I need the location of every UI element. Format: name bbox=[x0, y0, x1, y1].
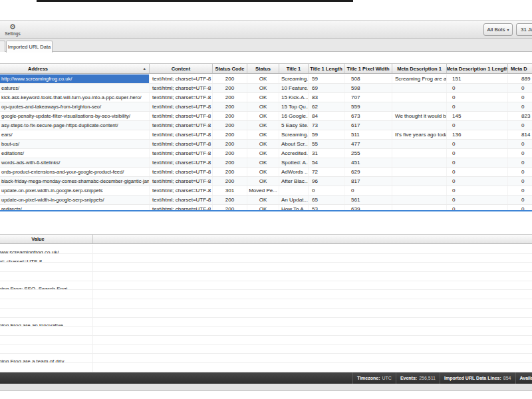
cell-title_length: 72 bbox=[309, 168, 344, 176]
tab-imported-url-data[interactable]: Imported URL Data bbox=[6, 41, 53, 53]
detail-row[interactable] bbox=[0, 309, 532, 318]
table-row[interactable]: asy-steps-to-fix-secure-page-https-dupli… bbox=[0, 121, 532, 130]
detail-table-header: Value bbox=[0, 234, 532, 244]
cell-status_code: 200 bbox=[213, 112, 247, 120]
detail-row[interactable] bbox=[0, 327, 532, 336]
tab-partial[interactable] bbox=[0, 41, 5, 52]
cell-meta_description_length: 0 bbox=[447, 102, 508, 111]
cell-content: text/html; charset=UTF-8 bbox=[150, 74, 213, 83]
cell-status: OK bbox=[247, 177, 279, 186]
date-range-button[interactable]: 31 Jan bbox=[516, 23, 532, 36]
cell-title: After Blac... bbox=[279, 177, 309, 186]
status-item-label: Imported URL Data Lines: bbox=[444, 376, 501, 380]
detail-row[interactable] bbox=[0, 263, 532, 272]
panel-splitter[interactable] bbox=[0, 210, 532, 211]
cell-title_pixel_width: 511 bbox=[344, 130, 392, 139]
column-header-title-1[interactable]: Title 1 bbox=[279, 64, 309, 73]
cell-meta_description_pixel_width: 0 bbox=[508, 149, 532, 158]
cell-meta_description_pixel_width: 0 bbox=[508, 93, 532, 102]
table-row[interactable]: editations/text/html; charset=UTF-8200OK… bbox=[0, 149, 532, 158]
detail-column-header-value[interactable]: Value bbox=[0, 235, 93, 243]
cell-meta_description_pixel_width: 0 bbox=[508, 205, 532, 210]
cell-status_code: 200 bbox=[213, 93, 247, 102]
status-item: Imported URL Data Lines:854 bbox=[440, 372, 515, 384]
detail-row[interactable] bbox=[0, 345, 532, 354]
detail-row[interactable]: Screaming Frog are a team of driv... bbox=[0, 354, 532, 363]
cell-title: 5 Easy Ste... bbox=[279, 121, 309, 130]
cell-title_pixel_width: 598 bbox=[344, 84, 392, 92]
detail-row[interactable] bbox=[0, 299, 532, 309]
table-row[interactable]: ords-product-extensions-and-your-google-… bbox=[0, 168, 532, 177]
cell-meta_description_pixel_width: 0 bbox=[508, 186, 532, 195]
cell-title_pixel_width: 617 bbox=[344, 121, 392, 130]
column-header-status-code[interactable]: Status Code bbox=[213, 64, 247, 73]
table-row[interactable]: ears/text/html; charset=UTF-8200OKScream… bbox=[0, 130, 532, 140]
table-row[interactable]: op-quotes-and-takeaways-from-brighton-se… bbox=[0, 102, 532, 112]
column-header-meta-description-1[interactable]: Meta Description 1 bbox=[392, 64, 447, 73]
cell-address: asy-steps-to-fix-secure-page-https-dupli… bbox=[0, 121, 150, 130]
url-table-header: Address▲ContentStatus CodeStatusTitle 1T… bbox=[0, 63, 532, 74]
column-header-address[interactable]: Address▲ bbox=[0, 64, 150, 73]
detail-row[interactable]: Screaming Frog are an innovative ... bbox=[0, 318, 532, 327]
cell-status: OK bbox=[247, 74, 279, 83]
cell-meta_description_pixel_width: 889 bbox=[508, 74, 532, 83]
cell-status: OK bbox=[247, 84, 279, 92]
column-header-meta-d[interactable]: Meta D bbox=[508, 64, 532, 73]
cell-status_code: 301 bbox=[213, 186, 247, 195]
cell-title: How To A... bbox=[279, 205, 309, 210]
cell-meta_description bbox=[392, 102, 447, 111]
cell-title: About Scr... bbox=[279, 140, 309, 148]
column-header-status[interactable]: Status bbox=[247, 64, 279, 73]
cell-address: update-on-pixel-width-in-google-serp-sni… bbox=[0, 186, 150, 195]
cell-status: OK bbox=[247, 196, 279, 204]
cell-status: OK bbox=[247, 140, 279, 148]
cell-status_code: 200 bbox=[213, 130, 247, 139]
cell-status: OK bbox=[247, 102, 279, 111]
cell-title_length: 69 bbox=[309, 84, 344, 92]
table-row[interactable]: eatures/text/html; charset=UTF-8200OK10 … bbox=[0, 84, 532, 93]
cell-title_length: 54 bbox=[309, 158, 344, 167]
cell-title: Spotted: A... bbox=[279, 158, 309, 167]
cell-status: OK bbox=[247, 112, 279, 120]
status-item: Events:256,511 bbox=[396, 372, 440, 384]
cell-title_length: 0 bbox=[309, 186, 344, 195]
cell-status: Moved Pe... bbox=[247, 186, 279, 195]
column-header-title-1-pixel-width[interactable]: Title 1 Pixel Width bbox=[344, 64, 392, 73]
detail-row[interactable] bbox=[0, 336, 532, 345]
column-header-label: Status Code bbox=[215, 66, 245, 72]
tab-bar: Imported URL Data bbox=[0, 39, 532, 52]
cell-meta_description bbox=[392, 140, 447, 148]
cell-status_code: 200 bbox=[213, 140, 247, 148]
table-row[interactable]: redirects/text/html; charset=UTF-8200OKH… bbox=[0, 205, 532, 210]
table-row[interactable]: update-on-pixel-width-in-google-serp-sni… bbox=[0, 196, 532, 205]
table-row[interactable]: update-on-pixel-width-in-google-serp-sni… bbox=[0, 186, 532, 196]
column-header-meta-description-1-length[interactable]: Meta Description 1 Length bbox=[447, 64, 508, 73]
bots-filter-dropdown[interactable]: All Bots ▾ bbox=[483, 23, 513, 36]
detail-row[interactable] bbox=[0, 272, 532, 281]
table-row[interactable]: http://www.screamingfrog.co.uk/text/html… bbox=[0, 74, 532, 84]
table-row[interactable]: words-ads-with-6-sitelinks/text/html; ch… bbox=[0, 158, 532, 168]
cell-meta_description_length: 0 bbox=[447, 196, 508, 204]
cell-meta_description: We thought it would b... bbox=[392, 112, 447, 120]
cell-meta_description_length: 0 bbox=[447, 140, 508, 148]
settings-button[interactable]: ⚙ Settings bbox=[1, 21, 24, 38]
detail-row[interactable]: http://www.screamingfrog.co.uk/ bbox=[0, 245, 532, 254]
cell-title_length: 31 bbox=[309, 149, 344, 158]
table-row[interactable]: kick-ass-keyword-tools-that-will-turn-yo… bbox=[0, 93, 532, 102]
detail-row[interactable]: Screaming Frog: SEO, Search Engi... bbox=[0, 281, 532, 291]
column-header-content[interactable]: Content bbox=[150, 64, 213, 73]
column-header-label: Status bbox=[255, 66, 271, 72]
chevron-down-icon: ▾ bbox=[507, 27, 509, 32]
table-row[interactable]: google-penalty-update-filter-visualisati… bbox=[0, 112, 532, 121]
table-row[interactable]: black-friday-mega-monday-comes-shamabc-d… bbox=[0, 177, 532, 186]
table-row[interactable]: bout-us/text/html; charset=UTF-8200OKAbo… bbox=[0, 140, 532, 149]
window-bottom-edge bbox=[0, 384, 532, 391]
status-item-value: 854 bbox=[503, 376, 511, 380]
cell-meta_description bbox=[392, 186, 447, 195]
column-header-title-1-length[interactable]: Title 1 Length bbox=[309, 64, 344, 73]
cell-status: OK bbox=[247, 149, 279, 158]
cell-status_code: 200 bbox=[213, 74, 247, 83]
detail-row[interactable]: text/html; charset=UTF-8 bbox=[0, 254, 532, 263]
detail-row[interactable] bbox=[0, 363, 532, 372]
detail-row[interactable] bbox=[0, 290, 532, 299]
